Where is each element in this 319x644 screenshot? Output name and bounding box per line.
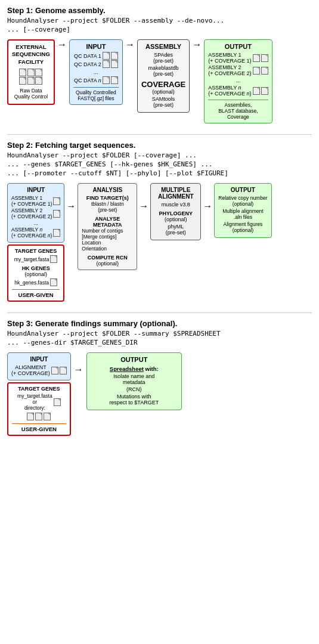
- step2-left-col: INPUT ASSEMBLY 1(+ COVERAGE 1) ASSEMBLY …: [7, 183, 64, 302]
- hk-fasta-row: hk_genes.fasta: [12, 278, 60, 286]
- step1-section: Step 1: Genome assembly. HoundAnalyser -…: [7, 6, 312, 123]
- step1-input-footer: Quality ControlledFASTQ[.gz] files: [73, 87, 119, 101]
- step3-header: Step 3: Generate findings summary (optio…: [7, 319, 312, 328]
- assembly1-row: ASSEMBLY 1(+ COVERAGE 1): [208, 52, 268, 64]
- step1-output-title: OUTPUT: [208, 43, 268, 50]
- s2-assembly1-row: ASSEMBLY 1(+ COVERAGE 1): [11, 195, 60, 207]
- hk-genes-label: HK GENES(optional): [12, 265, 60, 277]
- step1-assembly-box: ASSEMBLY SPAdes(pre-set) makeblastdb(pre…: [137, 39, 190, 113]
- arrow-2: →: [125, 39, 135, 50]
- step2-output-title: OUTPUT: [218, 187, 267, 193]
- step2-diagram: INPUT ASSEMBLY 1(+ COVERAGE 1) ASSEMBLY …: [7, 183, 312, 302]
- step1-cmd2: ... [--coverage]: [7, 26, 312, 33]
- step2-analysis-box: ANALYSIS FIND TARGET(s) tblastn / blastn…: [78, 183, 137, 270]
- step3-align-icon2: [60, 367, 67, 374]
- makeblastdb-item: makeblastdb(pre-set): [141, 65, 185, 77]
- s2-a1-icon: [53, 197, 60, 205]
- spreadsheet-label: Spreadsheet with:: [91, 366, 178, 372]
- step3-output-box: OUTPUT Spreadsheet with: Isolate name an…: [86, 352, 182, 410]
- doc-icon-6: [35, 77, 42, 85]
- step3-align-icon: [51, 367, 58, 374]
- step3-target-fasta-row: my_target.fastaordirectory:: [12, 393, 66, 411]
- step3-target-fasta-value: my_target.fastaordirectory:: [17, 393, 52, 411]
- step1-cmd1: HoundAnalyser --project $FOLDER --assemb…: [7, 17, 312, 24]
- raw-data-icons: [19, 69, 43, 85]
- step3-dir-icons: [12, 413, 66, 420]
- qc-data-2-icon2: [111, 60, 118, 68]
- analyse-meta-title: ANALYSEMETADATA: [82, 216, 133, 228]
- step2-cmd1: HoundAnalyser --project $FOLDER [--cover…: [7, 151, 312, 159]
- arrow-1: →: [57, 39, 67, 50]
- find-target-title: FIND TARGET(s): [82, 195, 133, 201]
- step3-alignment-row: ALIGNMENT(+ COVERAGE): [11, 364, 67, 376]
- arrow-s3-1: →: [74, 364, 83, 375]
- step1-output-box: OUTPUT ASSEMBLY 1(+ COVERAGE 1) ASSEMBLY…: [204, 39, 272, 123]
- step3-input-box: INPUT ALIGNMENT(+ COVERAGE): [7, 352, 71, 380]
- qc-data-1-icon: [103, 52, 110, 60]
- assembly1-icon: [253, 54, 260, 62]
- step2-cmd3: ... [--promoter --cutoff $NT] [--phylo] …: [7, 169, 312, 177]
- arrow-s2-2: →: [139, 201, 148, 212]
- step1-output-footer: Assemblies,BLAST database,Coverage: [208, 100, 268, 120]
- step3-user-given-box: TARGET GENES my_target.fastaordirectory:…: [7, 382, 71, 436]
- user-given-label: USER-GIVEN: [12, 289, 60, 298]
- s2-assembly1-label: ASSEMBLY 1(+ COVERAGE 1): [11, 195, 52, 207]
- target-genes-label: TARGET GENES: [12, 248, 60, 254]
- phyloml-item: phyML(pre-set): [154, 224, 197, 236]
- hk-fasta-icon: [50, 278, 57, 286]
- arrow-s2-3: →: [203, 201, 212, 212]
- multiple-alignment-title: MULTIPLEALIGNMENT: [154, 187, 197, 200]
- coverage-optional: (optional): [141, 89, 185, 95]
- assembly2-label: ASSEMBLY 2(+ COVERAGE 2): [208, 64, 251, 76]
- step2-section: Step 2: Fetching target sequences. Hound…: [7, 141, 312, 302]
- step3-dir-icon2: [35, 413, 42, 420]
- samtools-item: SAMtools(pre-set): [141, 96, 185, 108]
- target-fasta-value: my_target.fasta: [14, 256, 49, 262]
- doc-icon-4: [19, 77, 26, 85]
- multiple-align-item: Multiple alignment.aln files: [218, 208, 267, 220]
- assembly2-icon: [253, 67, 260, 75]
- step3-target-genes-label: TARGET GENES: [12, 386, 66, 392]
- qc-data-2-label: QC DATA 2: [74, 61, 101, 67]
- step3-input-title: INPUT: [11, 356, 67, 363]
- s2-a2-icon: [53, 210, 60, 218]
- doc-icon-5: [27, 77, 35, 85]
- assembly1-icon2: [261, 54, 268, 62]
- step3-dir-icon1: [27, 413, 34, 420]
- assemblyn-icon2: [261, 87, 268, 95]
- muscle-item: muscle v3.8: [154, 202, 197, 208]
- step2-input-box: INPUT ASSEMBLY 1(+ COVERAGE 1) ASSEMBLY …: [7, 183, 64, 243]
- coverage-title: COVERAGE: [141, 80, 185, 89]
- spades-item: SPAdes(pre-set): [141, 52, 185, 64]
- s2-an-icon: [53, 229, 60, 237]
- step3-section: Step 3: Generate findings summary (optio…: [7, 319, 312, 436]
- output-dots: ...: [208, 78, 268, 83]
- phylogeny-title: PHYLOGENY(optional): [154, 210, 197, 222]
- step3-alignment-label: ALIGNMENT(+ COVERAGE): [11, 364, 50, 376]
- find-target-sub: tblastn / blastn(pre-set): [82, 201, 133, 213]
- target-fasta-row: my_target.fasta: [12, 255, 60, 263]
- step3-target-icon1: [54, 398, 61, 406]
- compute-rcn-title: COMPUTE RCN(optional): [82, 255, 133, 267]
- qc-data-n-label: QC DATA n: [74, 78, 101, 83]
- external-title: EXTERNALSEQUENCINGFACILITY: [12, 44, 50, 66]
- qc-data-2-icon: [103, 60, 110, 68]
- qc-data-1-row: QC DATA 1: [73, 52, 119, 60]
- divider-2: [7, 312, 312, 313]
- s2-assemblyn-label: ASSEMBLY n(+ COVERAGE n): [11, 227, 52, 239]
- hk-fasta-value: hk_genes.fasta: [14, 280, 49, 286]
- arrow-s2-1: →: [66, 201, 76, 212]
- s2-assemblyn-row: ASSEMBLY n(+ COVERAGE n): [11, 227, 60, 239]
- divider-1: [7, 134, 312, 135]
- step2-input-title: INPUT: [11, 187, 60, 193]
- target-fasta-icon: [50, 255, 57, 263]
- assembly2-icon2: [261, 67, 268, 75]
- step2-output-box: OUTPUT Relative copy number(optional) Mu…: [214, 183, 271, 238]
- doc-icon-2: [27, 69, 35, 76]
- qc-data-1-icon2: [111, 52, 118, 60]
- step3-output-title: OUTPUT: [91, 356, 178, 363]
- analysis-title: ANALYSIS: [82, 187, 133, 193]
- external-subtitle: Raw DataQuality Control: [14, 88, 48, 100]
- step1-header: Step 1: Genome assembly.: [7, 6, 312, 15]
- s2-dots: ...: [11, 220, 60, 226]
